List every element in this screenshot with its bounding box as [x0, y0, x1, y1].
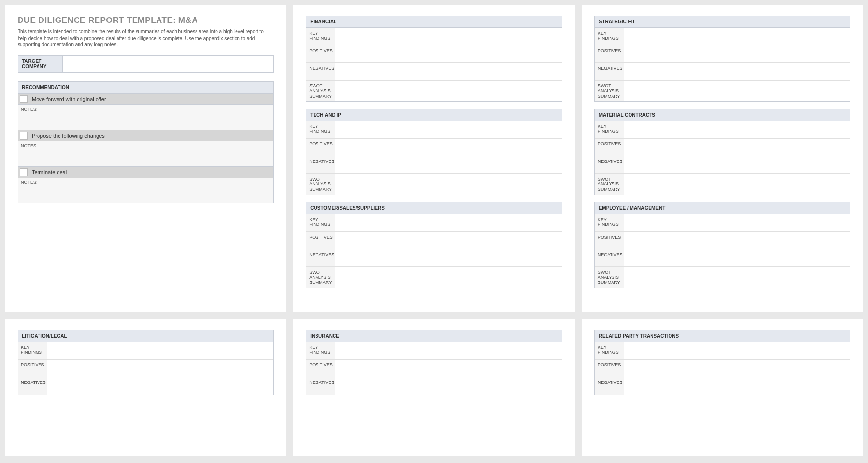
section-row-key_findings: KEY FINDINGS	[306, 28, 561, 45]
rec-checkbox-1[interactable]	[20, 95, 28, 103]
row-value-key_findings[interactable]	[624, 121, 850, 138]
row-label-negatives: NEGATIVES	[306, 377, 335, 395]
rec-notes-3[interactable]: NOTES:	[18, 178, 274, 203]
rec-option-2: Propose the following changes	[18, 130, 274, 141]
row-value-key_findings[interactable]	[335, 342, 561, 359]
row-value-positives[interactable]	[335, 232, 561, 249]
section-row-positives: POSITIVES	[306, 139, 561, 156]
row-label-negatives: NEGATIVES	[595, 249, 624, 266]
row-value-swot[interactable]	[335, 81, 561, 101]
row-label-positives: POSITIVES	[306, 360, 335, 377]
row-value-negatives[interactable]	[624, 249, 850, 266]
row-value-key_findings[interactable]	[335, 121, 561, 138]
row-value-key_findings[interactable]	[624, 214, 850, 231]
target-company-row: TARGET COMPANY	[18, 55, 274, 73]
row-value-negatives[interactable]	[335, 63, 561, 80]
section-row-negatives: NEGATIVES	[306, 249, 561, 267]
row-value-positives[interactable]	[47, 360, 273, 377]
row-value-positives[interactable]	[335, 139, 561, 156]
row-value-negatives[interactable]	[335, 249, 561, 266]
row-value-positives[interactable]	[335, 360, 561, 377]
row-label-swot: SWOT ANALYSIS SUMMARY	[595, 81, 624, 101]
section-row-positives: POSITIVES	[595, 232, 850, 249]
row-value-negatives[interactable]	[335, 156, 561, 173]
row-value-swot[interactable]	[335, 267, 561, 288]
section-row-swot: SWOT ANALYSIS SUMMARY	[595, 174, 850, 195]
page-litigation: LITIGATION/LEGALKEY FINDINGSPOSITIVESNEG…	[5, 319, 286, 456]
section-row-positives: POSITIVES	[306, 232, 561, 249]
rec-notes-2[interactable]: NOTES:	[18, 141, 274, 167]
section-header: MATERIAL CONTRACTS	[595, 109, 850, 121]
row-value-positives[interactable]	[624, 139, 850, 156]
section-row-key_findings: KEY FINDINGS	[595, 214, 850, 232]
row-label-key_findings: KEY FINDINGS	[595, 121, 624, 138]
row-value-positives[interactable]	[335, 45, 561, 62]
rec-option-3: Terminate deal	[18, 167, 274, 178]
row-label-swot: SWOT ANALYSIS SUMMARY	[306, 174, 335, 195]
section-row-negatives: NEGATIVES	[306, 156, 561, 174]
row-value-positives[interactable]	[624, 360, 850, 377]
recommendation-header: RECOMMENDATION	[18, 81, 274, 94]
row-value-negatives[interactable]	[624, 377, 850, 395]
section-row-key_findings: KEY FINDINGS	[595, 342, 850, 360]
row-value-key_findings[interactable]	[335, 28, 561, 45]
section-row-positives: POSITIVES	[595, 45, 850, 63]
row-label-positives: POSITIVES	[595, 139, 624, 156]
target-company-value[interactable]	[63, 56, 273, 72]
row-value-key_findings[interactable]	[47, 342, 273, 359]
row-value-positives[interactable]	[624, 232, 850, 249]
row-value-negatives[interactable]	[624, 156, 850, 173]
section-row-swot: SWOT ANALYSIS SUMMARY	[306, 267, 561, 288]
section-header: RELATED PARTY TRANSACTIONS	[595, 330, 850, 342]
section-row-positives: POSITIVES	[595, 139, 850, 156]
rec-option-1-label: Move forward with original offer	[32, 96, 106, 102]
page-related-party: RELATED PARTY TRANSACTIONSKEY FINDINGSPO…	[582, 319, 863, 456]
row-label-swot: SWOT ANALYSIS SUMMARY	[306, 267, 335, 288]
rec-option-1: Move forward with original offer	[18, 94, 274, 105]
row-label-key_findings: KEY FINDINGS	[306, 214, 335, 231]
section-row-negatives: NEGATIVES	[595, 156, 850, 174]
section-litigation-legal: LITIGATION/LEGALKEY FINDINGSPOSITIVESNEG…	[18, 330, 274, 395]
section-row-swot: SWOT ANALYSIS SUMMARY	[595, 267, 850, 288]
row-value-negatives[interactable]	[624, 63, 850, 80]
section-row-swot: SWOT ANALYSIS SUMMARY	[306, 81, 561, 101]
row-label-key_findings: KEY FINDINGS	[306, 121, 335, 138]
section-financial: FINANCIALKEY FINDINGSPOSITIVESNEGATIVESS…	[306, 16, 562, 102]
section-material-contracts: MATERIAL CONTRACTSKEY FINDINGSPOSITIVESN…	[594, 109, 850, 195]
rec-option-3-label: Terminate deal	[32, 169, 67, 175]
section-header: INSURANCE	[306, 330, 561, 342]
section-header: LITIGATION/LEGAL	[18, 330, 273, 342]
row-label-positives: POSITIVES	[595, 45, 624, 62]
section-customer-sales-suppliers: CUSTOMER/SALES/SUPPLIERSKEY FINDINGSPOSI…	[306, 202, 562, 288]
section-row-negatives: NEGATIVES	[18, 377, 273, 395]
rec-checkbox-3[interactable]	[20, 168, 28, 176]
row-label-positives: POSITIVES	[306, 232, 335, 249]
row-label-swot: SWOT ANALYSIS SUMMARY	[595, 174, 624, 195]
row-value-positives[interactable]	[624, 45, 850, 62]
row-label-key_findings: KEY FINDINGS	[306, 342, 335, 359]
section-header: STRATEGIC FIT	[595, 16, 850, 28]
row-value-key_findings[interactable]	[624, 342, 850, 359]
row-value-key_findings[interactable]	[335, 214, 561, 231]
row-value-swot[interactable]	[624, 81, 850, 101]
rec-checkbox-2[interactable]	[20, 132, 28, 140]
section-row-key_findings: KEY FINDINGS	[18, 342, 273, 360]
row-value-negatives[interactable]	[47, 377, 273, 395]
report-title: DUE DILIGENCE REPORT TEMPLATE: M&A	[18, 16, 274, 25]
section-row-key_findings: KEY FINDINGS	[595, 121, 850, 139]
row-value-swot[interactable]	[624, 174, 850, 195]
row-value-swot[interactable]	[624, 267, 850, 288]
intro-text: This template is intended to combine the…	[18, 28, 274, 48]
row-value-swot[interactable]	[335, 174, 561, 195]
section-row-swot: SWOT ANALYSIS SUMMARY	[595, 81, 850, 101]
row-label-negatives: NEGATIVES	[306, 249, 335, 266]
section-row-swot: SWOT ANALYSIS SUMMARY	[306, 174, 561, 195]
row-value-key_findings[interactable]	[624, 28, 850, 45]
row-label-negatives: NEGATIVES	[595, 377, 624, 395]
row-label-swot: SWOT ANALYSIS SUMMARY	[306, 81, 335, 101]
section-strategic-fit: STRATEGIC FITKEY FINDINGSPOSITIVESNEGATI…	[594, 16, 850, 102]
rec-notes-1[interactable]: NOTES:	[18, 105, 274, 130]
row-value-negatives[interactable]	[335, 377, 561, 395]
row-label-positives: POSITIVES	[306, 45, 335, 62]
row-label-positives: POSITIVES	[18, 360, 47, 377]
